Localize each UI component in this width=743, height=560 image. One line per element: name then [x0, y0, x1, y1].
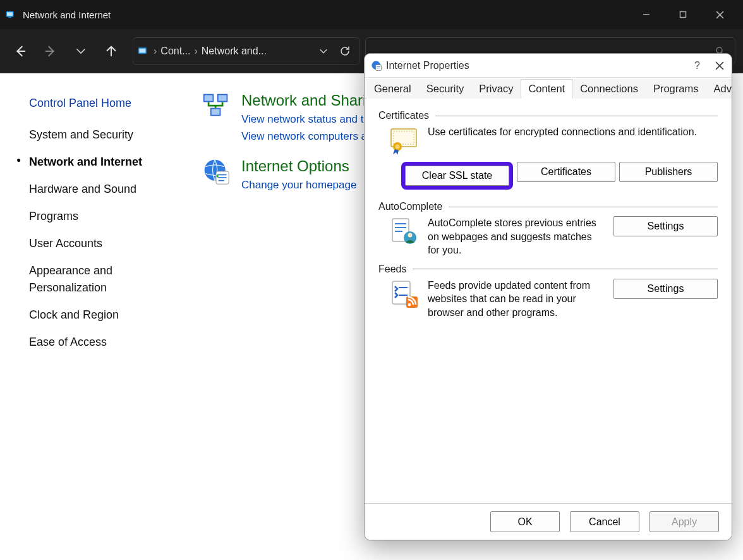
tab-security[interactable]: Security	[419, 79, 472, 99]
control-panel-icon	[137, 45, 150, 58]
sidebar-item-user-accounts[interactable]: User Accounts	[13, 230, 183, 257]
certificate-icon	[389, 125, 419, 155]
apply-button[interactable]: Apply	[649, 511, 719, 532]
up-button[interactable]	[99, 39, 124, 64]
publishers-button[interactable]: Publishers	[619, 162, 718, 182]
svg-point-44	[408, 303, 411, 306]
dialog-footer: OK Cancel Apply	[365, 503, 732, 540]
group-autocomplete: AutoComplete	[378, 201, 718, 212]
close-button[interactable]	[701, 0, 738, 29]
svg-point-33	[396, 145, 400, 149]
feeds-icon	[389, 279, 419, 309]
svg-point-39	[408, 233, 413, 238]
svg-rect-2	[8, 17, 11, 18]
svg-rect-16	[219, 95, 227, 101]
dialog-body: Certificates Use certificates for encryp…	[365, 99, 732, 503]
group-feeds: Feeds	[378, 264, 718, 275]
category-heading[interactable]: Internet Options	[241, 157, 356, 175]
internet-properties-dialog: Internet Properties ? General Security P…	[364, 53, 732, 540]
internet-options-icon	[371, 60, 382, 71]
minimize-button[interactable]	[628, 0, 665, 29]
group-label-text: Certificates	[378, 110, 429, 121]
refresh-button[interactable]	[334, 39, 356, 64]
svg-rect-14	[205, 95, 213, 101]
sidebar-item-network-internet[interactable]: Network and Internet	[13, 149, 183, 176]
sidebar: Control Panel Home System and Security N…	[13, 92, 183, 356]
group-label-text: AutoComplete	[378, 201, 442, 212]
tab-privacy[interactable]: Privacy	[471, 79, 521, 99]
group-certificates: Certificates	[378, 110, 718, 121]
tabstrip: General Security Privacy Content Connect…	[365, 79, 732, 99]
window-titlebar[interactable]: Network and Internet	[0, 0, 743, 29]
svg-rect-10	[139, 49, 145, 53]
recent-button[interactable]	[68, 39, 94, 64]
certificates-description: Use certificates for encrypted connectio…	[428, 125, 697, 139]
control-panel-home-link[interactable]: Control Panel Home	[13, 92, 183, 115]
chevron-right-icon: ›	[194, 46, 197, 57]
certificates-buttons: Clear SSL state Certificates Publishers	[401, 162, 718, 190]
sidebar-item-programs[interactable]: Programs	[13, 203, 183, 230]
sidebar-item-ease-of-access[interactable]: Ease of Access	[13, 329, 183, 356]
autocomplete-icon	[389, 216, 419, 247]
cancel-button[interactable]: Cancel	[570, 511, 639, 532]
certificates-button[interactable]: Certificates	[517, 162, 615, 182]
help-button[interactable]: ?	[694, 60, 700, 71]
internet-options-icon	[202, 157, 230, 185]
breadcrumb-segment[interactable]: Cont...	[160, 46, 190, 57]
clear-ssl-button[interactable]: Clear SSL state	[405, 166, 509, 186]
svg-point-11	[716, 47, 722, 53]
maximize-button[interactable]	[665, 0, 701, 29]
breadcrumb-segment[interactable]: Network and...	[202, 46, 267, 57]
ok-button[interactable]: OK	[490, 511, 560, 532]
autocomplete-settings-button[interactable]: Settings	[613, 216, 718, 236]
control-panel-icon	[5, 9, 16, 20]
feeds-settings-button[interactable]: Settings	[613, 279, 718, 299]
network-sharing-icon	[202, 92, 230, 119]
group-label-text: Feeds	[378, 264, 406, 275]
clear-ssl-highlight: Clear SSL state	[401, 162, 513, 190]
sidebar-item-hardware-sound[interactable]: Hardware and Sound	[13, 176, 183, 203]
dialog-close-button[interactable]	[715, 61, 724, 70]
tab-connections[interactable]: Connections	[572, 79, 646, 99]
autocomplete-description: AutoComplete stores previous entries on …	[428, 216, 605, 257]
breadcrumb[interactable]: › Cont... › Network and...	[133, 37, 360, 65]
back-button[interactable]	[8, 39, 33, 64]
tab-general[interactable]: General	[366, 79, 419, 99]
svg-rect-1	[7, 12, 13, 16]
sidebar-item-appearance[interactable]: Appearance and Personalization	[13, 257, 183, 301]
tab-programs[interactable]: Programs	[646, 79, 706, 99]
svg-rect-25	[376, 64, 382, 70]
link-change-homepage[interactable]: Change your homepage	[241, 176, 356, 193]
forward-button[interactable]	[38, 39, 63, 64]
svg-rect-4	[680, 12, 686, 18]
sidebar-item-system-security[interactable]: System and Security	[13, 121, 183, 149]
window-title: Network and Internet	[23, 9, 111, 20]
feeds-description: Feeds provide updated content from websi…	[428, 279, 605, 320]
sidebar-item-clock-region[interactable]: Clock and Region	[13, 301, 183, 329]
tab-content[interactable]: Content	[521, 79, 572, 99]
chevron-right-icon: ›	[154, 46, 157, 57]
dialog-titlebar[interactable]: Internet Properties ?	[365, 54, 732, 78]
dialog-title: Internet Properties	[386, 60, 469, 71]
breadcrumb-dropdown[interactable]	[313, 39, 334, 64]
tab-advanced[interactable]: Advanced	[706, 79, 732, 99]
window-controls	[628, 0, 738, 29]
svg-rect-18	[212, 109, 220, 115]
